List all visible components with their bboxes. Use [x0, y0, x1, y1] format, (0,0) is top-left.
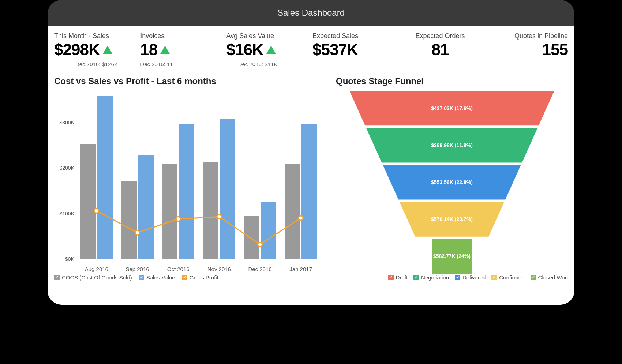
y-axis-tick: $300K [54, 120, 74, 125]
kpi-label: Expected Orders [398, 32, 482, 40]
x-axis-label: Sep 2016 [117, 266, 158, 272]
kpi-expected-sales[interactable]: Expected Sales $537K [312, 32, 396, 67]
legend-item[interactable]: ✓COGS (Cost Of Goods Sold) [54, 274, 132, 281]
x-axis-label: Nov 2016 [199, 266, 240, 272]
quotes-stage-funnel-chart[interactable]: $427.03K (17.6%)$289.98K (11.9%)$553.56K… [336, 91, 568, 277]
legend-label: Sales Value [146, 274, 175, 281]
kpi-label: Quotes in Pipeline [485, 32, 568, 40]
gross-profit-point[interactable] [299, 216, 303, 220]
funnel-panel: Quotes Stage Funnel $427.03K (17.6%)$289… [336, 76, 568, 281]
kpi-avg-sales-value[interactable]: Avg Sales Value $16K Dec 2016: $11K [226, 32, 310, 67]
x-axis-label: Dec 2016 [240, 266, 281, 272]
kpi-value: 81 [432, 41, 449, 59]
gross-profit-point[interactable] [94, 209, 99, 213]
kpi-sub: Dec 2016: $126K [75, 61, 137, 67]
funnel-stage-closed-won[interactable] [432, 239, 472, 274]
x-axis-label: Oct 2016 [158, 266, 199, 272]
kpi-value: $16K [226, 41, 263, 59]
funnel-stage-draft[interactable] [349, 91, 554, 125]
y-axis-tick: $100K [54, 211, 74, 217]
x-axis-label: Aug 2016 [76, 266, 117, 272]
gross-profit-point[interactable] [176, 217, 180, 221]
checkmark-icon: ✓ [182, 275, 187, 280]
content-area: This Month - Sales $298K Dec 2016: $126K… [48, 26, 574, 305]
kpi-label: Avg Sales Value [226, 32, 310, 40]
checkmark-icon: ✓ [139, 275, 144, 280]
legend-label: COGS (Cost Of Goods Sold) [62, 274, 132, 281]
kpi-invoices[interactable]: Invoices 18 Dec 2016: 11 [140, 32, 223, 67]
header-bar: Sales Dashboard [48, 0, 574, 26]
trend-up-icon [160, 46, 170, 54]
kpi-value: $537K [312, 41, 358, 59]
bar-chart-legend: ✓COGS (Cost Of Goods Sold)✓Sales Value✓G… [54, 274, 325, 281]
kpi-value: 155 [542, 41, 568, 59]
kpi-label: This Month - Sales [54, 32, 137, 40]
kpi-sub: Dec 2016: 11 [140, 61, 223, 67]
kpi-value: 18 [140, 41, 157, 59]
funnel-stage-delivered[interactable] [383, 165, 521, 199]
gross-profit-point[interactable] [135, 230, 140, 235]
dashboard-frame: Sales Dashboard This Month - Sales $298K… [48, 0, 574, 305]
kpi-expected-orders[interactable]: Expected Orders 81 [398, 32, 482, 67]
legend-item[interactable]: ✓Sales Value [139, 274, 175, 281]
funnel-stage-negotiation[interactable] [366, 128, 538, 162]
x-axis-label: Jan 2017 [280, 266, 321, 272]
gross-profit-point[interactable] [258, 242, 262, 247]
gross-profit-point[interactable] [217, 214, 221, 219]
kpi-sub: Dec 2016: $11K [238, 61, 310, 67]
kpi-label: Invoices [140, 32, 223, 40]
cost-sales-profit-chart[interactable]: $0K$100K$200K$300KAug 2016Sep 2016Oct 20… [76, 91, 321, 259]
funnel-stage-confirmed[interactable] [400, 202, 505, 237]
kpi-quotes-in-pipeline[interactable]: Quotes in Pipeline 155 [485, 32, 568, 67]
trend-up-icon [103, 46, 112, 54]
kpi-label: Expected Sales [312, 32, 396, 40]
checkmark-icon: ✓ [54, 275, 60, 280]
chart-title: Quotes Stage Funnel [336, 76, 568, 86]
cost-sales-profit-panel: Cost vs Sales vs Profit - Last 6 months … [54, 76, 325, 281]
legend-label: Gross Profit [190, 274, 218, 281]
trend-up-icon [266, 46, 276, 54]
y-axis-tick: $200K [54, 165, 74, 171]
chart-title: Cost vs Sales vs Profit - Last 6 months [54, 76, 325, 86]
kpi-value: $298K [54, 41, 100, 59]
kpi-this-month-sales[interactable]: This Month - Sales $298K Dec 2016: $126K [54, 32, 137, 67]
page-title: Sales Dashboard [277, 8, 345, 18]
legend-item[interactable]: ✓Gross Profit [182, 274, 218, 281]
kpi-row: This Month - Sales $298K Dec 2016: $126K… [54, 32, 568, 67]
y-axis-tick: $0K [54, 256, 74, 262]
